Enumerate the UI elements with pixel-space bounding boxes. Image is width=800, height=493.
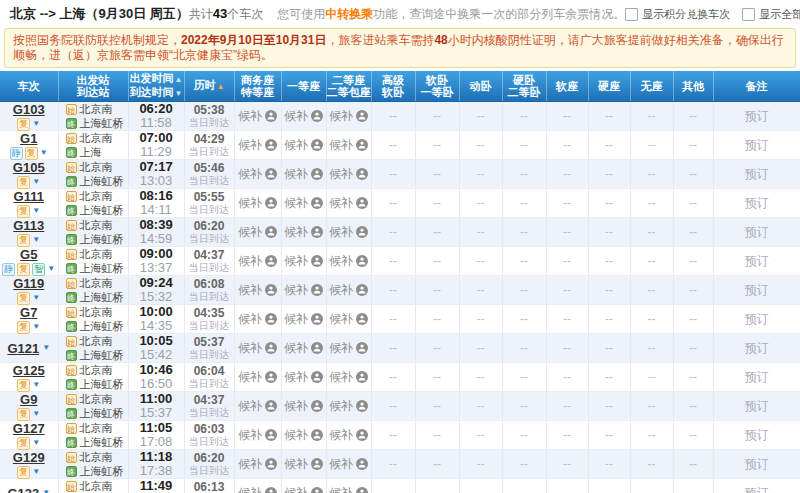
- reserve-button[interactable]: 预订: [745, 486, 769, 493]
- waitlist-link[interactable]: 候补: [284, 311, 323, 328]
- reserve-button[interactable]: 预订: [745, 428, 769, 442]
- column-header-3[interactable]: 出发时间▲到达时间▼: [128, 71, 184, 102]
- reserve-button[interactable]: 预订: [745, 196, 769, 210]
- waitlist-link[interactable]: 候补: [329, 137, 368, 154]
- waitlist-link[interactable]: 候补: [238, 253, 277, 270]
- duration-value: 04:29: [185, 133, 234, 146]
- waitlist-link[interactable]: 候补: [284, 456, 323, 473]
- waitlist-link[interactable]: 候补: [284, 253, 323, 270]
- reserve-button[interactable]: 预订: [745, 225, 769, 239]
- reserve-button[interactable]: 预订: [745, 138, 769, 152]
- seat-cell-4: --: [371, 450, 415, 479]
- column-header-4[interactable]: 历时▲: [184, 71, 234, 102]
- waitlist-link[interactable]: 候补: [238, 311, 277, 328]
- expand-row-arrow-icon[interactable]: ▼: [42, 343, 50, 353]
- waitlist-link[interactable]: 候补: [284, 195, 323, 212]
- train-number-link[interactable]: G129: [13, 450, 45, 465]
- waitlist-link[interactable]: 候补: [238, 195, 277, 212]
- train-number-link[interactable]: G103: [13, 102, 45, 117]
- reserve-button[interactable]: 预订: [745, 109, 769, 123]
- sort-asc-icon[interactable]: ▲: [175, 75, 183, 84]
- train-number-link[interactable]: G111: [14, 189, 44, 204]
- waitlist-link[interactable]: 候补: [284, 108, 323, 125]
- sort-asc-icon[interactable]: ▲: [217, 82, 225, 91]
- expand-row-arrow-icon[interactable]: ▼: [32, 177, 40, 187]
- remark-cell: 预订: [713, 363, 800, 392]
- waitlist-link[interactable]: 候补: [329, 253, 368, 270]
- sort-desc-icon[interactable]: ▼: [175, 89, 183, 98]
- reserve-button[interactable]: 预订: [745, 312, 769, 326]
- expand-row-arrow-icon[interactable]: ▼: [40, 148, 48, 158]
- waitlist-link[interactable]: 候补: [284, 224, 323, 241]
- expand-row-arrow-icon[interactable]: ▼: [32, 322, 40, 332]
- waitlist-link[interactable]: 候补: [329, 340, 368, 357]
- waitlist-link[interactable]: 候补: [329, 456, 368, 473]
- train-number-link[interactable]: G1: [20, 131, 37, 146]
- train-number-link[interactable]: G121: [7, 341, 39, 356]
- waitlist-link[interactable]: 候补: [329, 195, 368, 212]
- reserve-button[interactable]: 预订: [745, 457, 769, 471]
- reserve-button[interactable]: 预订: [745, 283, 769, 297]
- waitlist-link[interactable]: 候补: [329, 369, 368, 386]
- train-number-link[interactable]: G113: [13, 218, 44, 233]
- expand-row-arrow-icon[interactable]: ▼: [32, 380, 40, 390]
- waitlist-link[interactable]: 候补: [284, 398, 323, 415]
- waitlist-link[interactable]: 候补: [284, 282, 323, 299]
- waitlist-link[interactable]: 候补: [284, 137, 323, 154]
- train-number-link[interactable]: G133: [7, 486, 39, 493]
- waitlist-link[interactable]: 候补: [284, 340, 323, 357]
- waitlist-link[interactable]: 候补: [238, 398, 277, 415]
- column-header-line1: 软卧: [416, 74, 459, 86]
- train-number-link[interactable]: G5: [20, 247, 37, 262]
- reserve-button[interactable]: 预订: [745, 370, 769, 384]
- reserve-button[interactable]: 预订: [745, 399, 769, 413]
- waitlist-link[interactable]: 候补: [238, 282, 277, 299]
- reserve-button[interactable]: 预订: [745, 167, 769, 181]
- expand-row-arrow-icon[interactable]: ▼: [32, 119, 40, 129]
- checkbox-points-exchange[interactable]: 显示积分兑换车次: [625, 7, 730, 22]
- waitlist-link[interactable]: 候补: [238, 427, 277, 444]
- seat-cell-11: --: [673, 189, 713, 218]
- expand-row-arrow-icon[interactable]: ▼: [32, 409, 40, 419]
- train-number-link[interactable]: G125: [13, 363, 45, 378]
- waitlist-link[interactable]: 候补: [238, 340, 277, 357]
- waitlist-link[interactable]: 候补: [329, 311, 368, 328]
- checkbox-show-all-bookable[interactable]: 显示全部可预订车次: [742, 7, 800, 22]
- waitlist-link[interactable]: 候补: [238, 137, 277, 154]
- expand-row-arrow-icon[interactable]: ▼: [32, 206, 40, 216]
- waitlist-link[interactable]: 候补: [284, 427, 323, 444]
- waitlist-link[interactable]: 候补: [329, 282, 368, 299]
- duration-cell: 04:37当日到达: [184, 392, 234, 421]
- waitlist-link[interactable]: 候补: [284, 166, 323, 183]
- expand-row-arrow-icon[interactable]: ▼: [32, 438, 40, 448]
- waitlist-link[interactable]: 候补: [329, 166, 368, 183]
- train-number-link[interactable]: G105: [13, 160, 45, 175]
- expand-row-arrow-icon[interactable]: ▼: [32, 235, 40, 245]
- reserve-button[interactable]: 预订: [745, 254, 769, 268]
- expand-row-arrow-icon[interactable]: ▼: [42, 488, 50, 493]
- train-number-link[interactable]: G9: [20, 392, 37, 407]
- reserve-button[interactable]: 预订: [745, 341, 769, 355]
- waitlist-link[interactable]: 候补: [238, 456, 277, 473]
- waitlist-link[interactable]: 候补: [238, 166, 277, 183]
- expand-row-arrow-icon[interactable]: ▼: [47, 264, 55, 274]
- waitlist-link[interactable]: 候补: [329, 108, 368, 125]
- train-number-link[interactable]: G127: [13, 421, 45, 436]
- waitlist-link[interactable]: 候补: [238, 369, 277, 386]
- checkbox-show-all-bookable-box[interactable]: [742, 8, 755, 21]
- waitlist-link[interactable]: 候补: [284, 369, 323, 386]
- waitlist-link[interactable]: 候补: [329, 427, 368, 444]
- waitlist-link[interactable]: 候补: [329, 485, 368, 493]
- waitlist-link[interactable]: 候补: [238, 485, 277, 493]
- remark-cell: 预订: [713, 450, 800, 479]
- waitlist-link[interactable]: 候补: [329, 398, 368, 415]
- waitlist-link[interactable]: 候补: [284, 485, 323, 493]
- expand-row-arrow-icon[interactable]: ▼: [32, 293, 40, 303]
- checkbox-points-exchange-box[interactable]: [625, 8, 638, 21]
- waitlist-link[interactable]: 候补: [238, 224, 277, 241]
- train-number-link[interactable]: G119: [13, 276, 44, 291]
- train-number-link[interactable]: G7: [20, 305, 37, 320]
- waitlist-link[interactable]: 候补: [329, 224, 368, 241]
- waitlist-link[interactable]: 候补: [238, 108, 277, 125]
- expand-row-arrow-icon[interactable]: ▼: [32, 467, 40, 477]
